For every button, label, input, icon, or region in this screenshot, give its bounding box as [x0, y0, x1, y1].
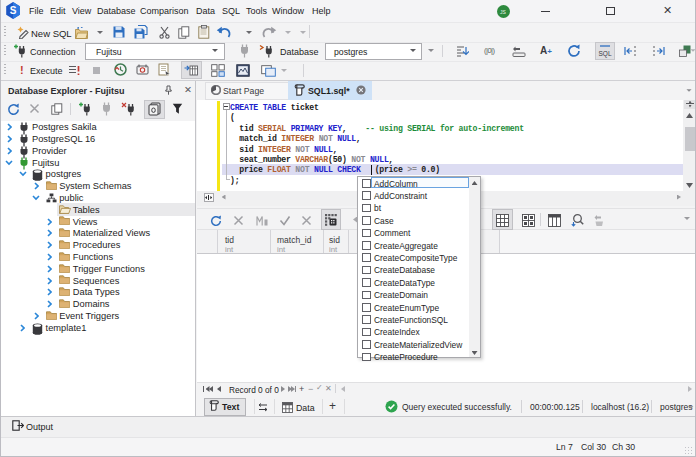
svg-text:S: S — [10, 5, 17, 16]
svg-text:SQL: SQL — [598, 50, 611, 58]
